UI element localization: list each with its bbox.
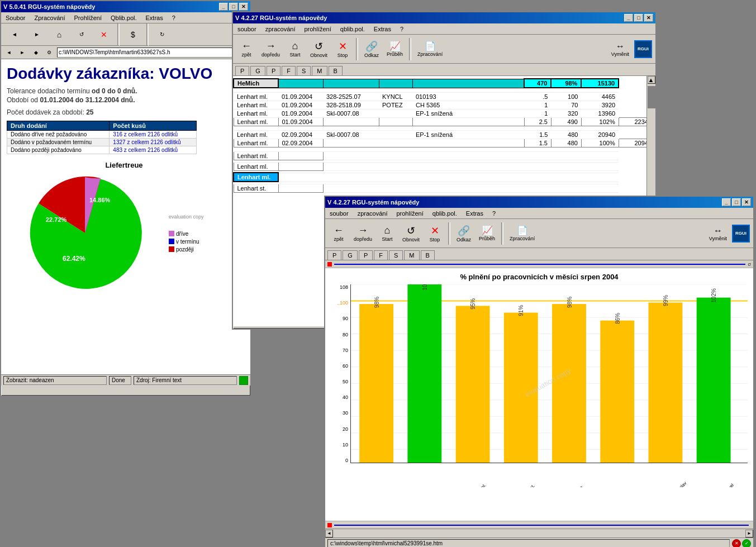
menu3-qblib[interactable]: qblib.pol. xyxy=(430,209,459,218)
r2-v3: 3920 xyxy=(581,101,619,109)
hscrollbar[interactable]: ◄ ► xyxy=(325,529,753,538)
menu-prohlizeni[interactable]: Prohlížení xyxy=(72,13,104,22)
menu2-zpracovani[interactable]: zpracování xyxy=(263,25,298,34)
hl-empty1 xyxy=(278,79,323,88)
refresh-btn[interactable]: ↺ xyxy=(72,30,92,39)
tab-P2[interactable]: P xyxy=(267,66,280,75)
menu2-extras[interactable]: Extras xyxy=(372,25,393,34)
btn-odkaz[interactable]: 🔗 Odkaz xyxy=(362,39,382,60)
btn-zpracovani[interactable]: 📄 Zpracování xyxy=(415,39,445,59)
tab-B[interactable]: B xyxy=(329,66,343,75)
btn-prubeh[interactable]: 📈 Průběh xyxy=(384,39,406,59)
home-btn[interactable]: ⌂ xyxy=(49,28,69,41)
menu3-help[interactable]: ? xyxy=(490,209,498,218)
btn-vymanit[interactable]: ↔ Vyměnit xyxy=(608,40,632,59)
status-error-icon: ✕ xyxy=(732,539,741,548)
maximize-btn-3[interactable]: □ xyxy=(732,198,741,206)
btn3-dopredu[interactable]: → dopředu xyxy=(351,223,375,244)
tab3-F[interactable]: F xyxy=(374,250,388,260)
svg-rect-23 xyxy=(552,304,586,463)
menu-extras[interactable]: Extras xyxy=(144,13,165,22)
btn-start[interactable]: ⌂ Start xyxy=(285,39,305,59)
titlebar-title-data: V 4.2.27 RGU-systém nápovědy xyxy=(235,15,624,21)
chart-legend: evaluation copy dříve v termínu pozdě xyxy=(169,214,204,253)
hl-empty3 xyxy=(379,79,412,88)
statusbar-chart: c:\windows\temp\html\vmichal5293991se.ht… xyxy=(325,538,753,547)
small-back[interactable]: ◄ xyxy=(3,48,15,57)
close-btn-3[interactable]: ✕ xyxy=(742,198,751,206)
small-dot[interactable]: ◆ xyxy=(30,48,41,57)
refresh2-btn[interactable]: ↻ xyxy=(152,30,172,39)
btn3-start[interactable]: ⌂ Start xyxy=(377,223,397,244)
maximize-btn-2[interactable]: □ xyxy=(634,14,643,22)
r2-name: Lenhart ml. xyxy=(234,101,278,109)
menu3-extras[interactable]: Extras xyxy=(464,209,486,218)
r2-code3: CH 5365 xyxy=(412,101,524,109)
small-gear[interactable]: ⚙ xyxy=(44,48,55,57)
scroll-up[interactable]: ▲ xyxy=(648,76,655,84)
back-btn[interactable]: ◄ xyxy=(4,30,25,39)
menu3-zpracovani[interactable]: zpracování xyxy=(355,209,390,218)
menu-zpracovani[interactable]: Zpracování xyxy=(32,13,67,22)
tab-M[interactable]: M xyxy=(312,66,327,75)
menu2-soubor[interactable]: soubor xyxy=(235,25,259,34)
tab-G[interactable]: G xyxy=(250,66,265,75)
btn-zpet[interactable]: ← zpět xyxy=(236,39,256,59)
tab3-P2[interactable]: P xyxy=(359,250,373,260)
table-row: Dodáno později požadováno 483 z celkem 2… xyxy=(7,146,197,154)
btn3-obnovit[interactable]: ↺ Obnovit xyxy=(400,223,422,244)
menu2-prohlizeni[interactable]: prohlížení xyxy=(302,25,333,34)
table-row: Lenhart ml. 01.09.2004 328-2525.07 KYNCL… xyxy=(234,92,655,101)
menu3-soubor[interactable]: soubor xyxy=(327,209,351,218)
btn3-odkaz[interactable]: 🔗 Odkaz xyxy=(454,223,474,244)
tab3-B[interactable]: B xyxy=(421,250,435,260)
menu3-prohlizeni[interactable]: prohlížení xyxy=(394,209,425,218)
btn3-prubeh[interactable]: 📈 Průběh xyxy=(476,223,498,243)
small-fwd[interactable]: ► xyxy=(17,48,28,57)
minimize-button[interactable]: _ xyxy=(219,3,228,11)
tab3-S[interactable]: S xyxy=(389,250,403,260)
btn-obnovit[interactable]: ↺ Obnovit xyxy=(307,39,330,60)
tab-S[interactable]: S xyxy=(297,66,311,75)
legend-pozdeji: později xyxy=(169,246,204,253)
address-input[interactable] xyxy=(57,47,248,58)
menu-qblib[interactable]: Qblib.pol. xyxy=(108,13,139,22)
source-text: Zdroj: Firemní text xyxy=(136,377,182,383)
tab3-G[interactable]: G xyxy=(343,250,358,260)
close-btn-2[interactable]: ✕ xyxy=(644,14,653,22)
scroll-left[interactable]: ◄ xyxy=(325,530,333,538)
menu-help[interactable]: ? xyxy=(170,13,178,22)
btn-stop[interactable]: ✕ Stop xyxy=(332,39,353,60)
menu2-qblib[interactable]: qblib.pol. xyxy=(338,25,367,34)
col-druh: Druh dodání xyxy=(7,121,110,131)
r3-code3: EP-1 snížená xyxy=(412,109,524,117)
done-text: Done xyxy=(112,377,125,383)
close-button[interactable]: ✕ xyxy=(239,3,248,11)
currency-btn[interactable]: $ xyxy=(123,28,143,41)
sub2-name: Lenhart ml. xyxy=(234,139,278,147)
pie-chart: 62.42% 22.72% 14.86% xyxy=(7,172,163,294)
minimize-btn-3[interactable]: _ xyxy=(722,198,731,206)
btn3-stop[interactable]: ✕ Stop xyxy=(425,223,445,244)
refresh-icon: ↺ xyxy=(79,31,84,37)
start-icon: ⌂ xyxy=(292,40,298,52)
menu2-help[interactable]: ? xyxy=(398,25,406,34)
btn3-zpracovani[interactable]: 📄 Zpracování xyxy=(507,223,538,243)
tab3-M[interactable]: M xyxy=(404,250,419,260)
tab3-P1[interactable]: P xyxy=(327,250,341,260)
r3-code: Skl-0007.08 xyxy=(323,109,379,117)
tab-P1[interactable]: P xyxy=(235,66,249,75)
tab-F[interactable]: F xyxy=(282,66,296,75)
scroll-right[interactable]: ► xyxy=(745,530,753,538)
maximize-button[interactable]: □ xyxy=(229,3,238,11)
minimize-btn-2[interactable]: _ xyxy=(624,14,633,22)
svg-text:108%: 108% xyxy=(422,284,428,291)
btn3-zpet[interactable]: ← zpět xyxy=(329,223,349,244)
menu-soubor[interactable]: Soubor xyxy=(3,13,27,22)
stop-btn[interactable]: ✕ xyxy=(94,28,114,41)
scroll-thumb[interactable] xyxy=(648,86,655,108)
indicator-value: σ xyxy=(748,261,751,267)
fwd-btn[interactable]: ► xyxy=(27,30,47,39)
btn-dopredu[interactable]: → dopředu xyxy=(259,39,283,59)
btn3-vymenit[interactable]: ↔ Vyměnit xyxy=(706,224,730,243)
